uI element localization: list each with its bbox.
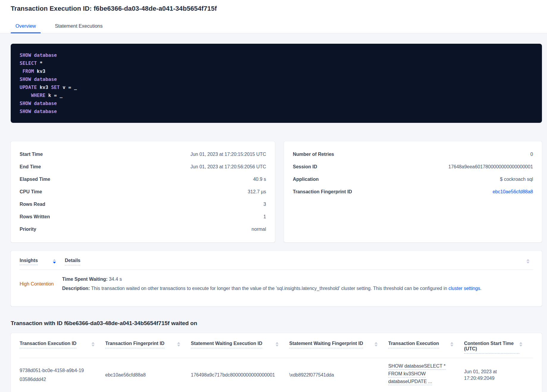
- row-label: Priority: [20, 227, 36, 232]
- row-value: 3: [263, 202, 266, 207]
- column-header-txn-execution[interactable]: Transaction Execution: [388, 341, 464, 354]
- sort-icon[interactable]: [526, 259, 529, 264]
- insight-details: Time Spent Waiting: 34.4 s Description: …: [62, 276, 533, 291]
- summary-row: Session ID 17648a9eea6017800000000000000…: [293, 164, 533, 169]
- summary-cards-row: Start Time Jun 01, 2023 at 17:20:15:2015…: [11, 141, 542, 242]
- summary-row: Elapsed Time 40.9 s: [20, 177, 266, 182]
- row-label: Transaction Fingerprint ID: [293, 189, 352, 194]
- sql-statements: SHOW databaseSELECT * FROM kv3SHOW datab…: [20, 51, 533, 115]
- summary-row: Start Time Jun 01, 2023 at 17:20:15:2015…: [20, 152, 266, 157]
- sort-icon[interactable]: [519, 342, 522, 346]
- summary-row: Number of Retries 0: [293, 152, 533, 157]
- sort-icon[interactable]: [92, 342, 95, 346]
- summary-row: Rows Written 1: [20, 214, 266, 219]
- row-label: Application: [293, 177, 319, 182]
- tab-overview[interactable]: Overview: [11, 20, 41, 33]
- row-value: 17648a9eea6017800000000000000001: [448, 164, 533, 169]
- cell-txn-fingerprint-id: ebc10ae56cfd88a8: [105, 372, 191, 378]
- column-header-txn-execution-id[interactable]: Transaction Execution ID: [20, 341, 105, 354]
- row-value: 0: [530, 152, 533, 157]
- insight-description: Description: This transaction waited on …: [62, 286, 533, 291]
- row-value: normal: [252, 227, 266, 232]
- insights-card: Insights Details High Contention Time Sp…: [11, 251, 542, 306]
- row-value: Jun 01, 2023 at 17:20:15:2015 UTC: [191, 152, 266, 157]
- page-header: Transaction Execution ID: f6be6366-da03-…: [0, 0, 547, 33]
- summary-row: End Time Jun 01, 2023 at 17:20:56:2056 U…: [20, 164, 266, 169]
- summary-row: Priority normal: [20, 227, 266, 232]
- row-value: 1: [263, 214, 266, 219]
- column-header-contention-start-time[interactable]: Contention Start Time (UTC): [464, 341, 533, 354]
- details-column-header[interactable]: Details: [65, 258, 80, 265]
- row-label: Number of Retries: [293, 152, 334, 157]
- session-summary-card: Number of Retries 0 Session ID 17648a9ee…: [284, 141, 542, 242]
- row-value: Jun 01, 2023 at 17:20:56:2056 UTC: [191, 164, 266, 169]
- row-label: End Time: [20, 164, 41, 169]
- tab-statement-executions[interactable]: Statement Executions: [50, 20, 108, 33]
- time-spent-waiting: Time Spent Waiting: 34.4 s: [62, 276, 533, 282]
- cluster-settings-link[interactable]: cluster settings: [449, 286, 480, 291]
- summary-row: Application $ cockroach sql: [293, 177, 533, 182]
- insight-row: High Contention Time Spent Waiting: 34.4…: [20, 270, 533, 291]
- cell-stmt-waiting-fingerprint-id: \xdb8922f077541dda: [289, 372, 388, 378]
- cell-txn-execution-link[interactable]: SHOW databaseSELECT * FROM kv3SHOW datab…: [388, 363, 464, 387]
- summary-row: Rows Read 3: [20, 202, 266, 207]
- cell-txn-execution-id: 9738d051-bc0e-4158-a9b4-1903586ddd42: [20, 366, 105, 384]
- row-label: Session ID: [293, 164, 317, 169]
- row-value: 40.9 s: [253, 177, 266, 182]
- row-value: 312.7 µs: [248, 189, 266, 194]
- row-label: Elapsed Time: [20, 177, 50, 182]
- insights-column-header[interactable]: Insights: [20, 258, 38, 265]
- column-header-txn-fingerprint-id[interactable]: Transaction Fingerprint ID: [105, 341, 191, 354]
- waited-on-heading: Transaction with ID f6be6366-da03-48de-a…: [11, 320, 542, 327]
- insight-type-label: High Contention: [20, 281, 62, 287]
- waited-on-table-card: Transaction Execution ID Transaction Fin…: [11, 333, 542, 392]
- insights-table-header: Insights Details: [20, 258, 533, 265]
- transaction-fingerprint-link[interactable]: ebc10ae56cfd88a8: [493, 189, 533, 194]
- row-label: Start Time: [20, 152, 43, 157]
- page-title: Transaction Execution ID: f6be6366-da03-…: [11, 5, 536, 12]
- summary-row: CPU Time 312.7 µs: [20, 189, 266, 194]
- tab-bar: Overview Statement Executions: [11, 20, 536, 33]
- sort-icon[interactable]: [375, 342, 378, 346]
- cell-stmt-waiting-execution-id: 176498a9c717bdc80000000000000001: [191, 372, 289, 378]
- column-header-stmt-waiting-fingerprint-id[interactable]: Statement Waiting Fingerprint ID: [289, 341, 388, 354]
- row-label: Rows Read: [20, 202, 45, 207]
- sort-icon[interactable]: [450, 342, 453, 346]
- timing-summary-card: Start Time Jun 01, 2023 at 17:20:15:2015…: [11, 141, 275, 242]
- sort-icon[interactable]: [177, 342, 180, 346]
- row-label: Rows Written: [20, 214, 50, 219]
- page-content: SHOW databaseSELECT * FROM kv3SHOW datab…: [0, 33, 547, 392]
- transaction-sql-box: SHOW databaseSELECT * FROM kv3SHOW datab…: [11, 44, 542, 123]
- table-row: 9738d051-bc0e-4158-a9b4-1903586ddd42 ebc…: [20, 358, 533, 392]
- waited-on-table-header: Transaction Execution ID Transaction Fin…: [20, 341, 533, 354]
- summary-row: Transaction Fingerprint ID ebc10ae56cfd8…: [293, 189, 533, 194]
- cell-contention-start-time: Jun 01, 2023 at 17:20:49:2049: [464, 369, 533, 382]
- sort-icon[interactable]: [276, 342, 279, 346]
- row-label: CPU Time: [20, 189, 42, 194]
- sort-icon[interactable]: [53, 259, 56, 264]
- column-header-stmt-waiting-execution-id[interactable]: Statement Waiting Execution ID: [191, 341, 289, 354]
- row-value: $ cockroach sql: [500, 177, 533, 182]
